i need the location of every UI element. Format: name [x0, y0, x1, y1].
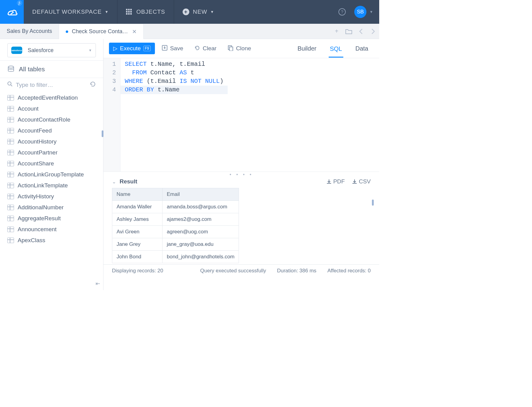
status-bar: Displaying records: 20 Query executed su… [103, 264, 379, 277]
table-item[interactable]: ApexClass [0, 235, 103, 246]
column-header-email[interactable]: Email [163, 188, 239, 201]
svg-rect-8 [130, 13, 132, 15]
top-bar: β DEFAULT WORKSPACE ▼ OBJECTS + NEW ▼ ? … [0, 0, 379, 24]
avatar[interactable]: SB [354, 6, 366, 18]
view-tab-data[interactable]: Data [354, 43, 369, 54]
app-logo-icon[interactable]: β [0, 0, 24, 24]
cell-email: agreen@uog.com [163, 226, 239, 238]
open-button[interactable] [343, 24, 355, 39]
table-item[interactable]: Account [0, 103, 103, 114]
execute-button[interactable]: ▷ Execute F9 [109, 43, 155, 54]
new-tab-button[interactable]: + [331, 24, 343, 39]
table-icon [7, 128, 14, 133]
objects-label: OBJECTS [136, 9, 165, 15]
table-icon [7, 106, 14, 111]
view-tab-builder[interactable]: Builder [296, 43, 317, 54]
connection-selector[interactable]: salesforce Salesforce ▼ [7, 43, 96, 57]
nav-back-button[interactable] [355, 24, 367, 39]
clone-button[interactable]: Clone [223, 42, 255, 55]
chevron-down-icon[interactable]: ⌄ [112, 179, 116, 185]
workspace-selector[interactable]: DEFAULT WORKSPACE ▼ [24, 0, 117, 24]
table-item[interactable]: AccountHistory [0, 136, 103, 147]
splitter-handle[interactable]: • • • • [103, 172, 379, 177]
table-item[interactable]: AdditionalNumber [0, 202, 103, 213]
table-item[interactable]: AccountContactRole [0, 114, 103, 125]
work-area: ▷ Execute F9 Save Clear Clone [103, 39, 379, 290]
result-grid: Name Email Amanda Walleramanda.boss@argu… [112, 188, 371, 263]
table-name: Announcement [18, 226, 57, 233]
svg-rect-3 [126, 11, 128, 12]
column-header-name[interactable]: Name [112, 188, 163, 201]
table-row[interactable]: John Bondbond_john@grandhotels.com [112, 251, 239, 263]
execute-label: Execute [120, 45, 141, 52]
table-icon [7, 194, 14, 199]
table-name: AccountHistory [18, 138, 57, 145]
export-csv-button[interactable]: CSV [352, 178, 371, 185]
table-row[interactable]: Ashley Jamesajames2@uog.com [112, 213, 239, 226]
table-list: AcceptedEventRelationAccountAccountConta… [0, 90, 103, 290]
search-icon [7, 81, 13, 88]
nav-forward-button[interactable] [367, 24, 379, 39]
cell-name: Ashley James [112, 213, 163, 226]
plus-circle-icon: + [183, 9, 189, 15]
nav-objects[interactable]: OBJECTS [117, 0, 174, 24]
table-item[interactable]: AggregateResult [0, 213, 103, 224]
sidebar-section-header[interactable]: All tables [0, 60, 103, 78]
table-row[interactable]: Jane Greyjane_gray@uoa.edu [112, 238, 239, 251]
result-title: Result [120, 178, 319, 185]
table-icon [7, 216, 14, 221]
table-row[interactable]: Amanda Walleramanda.boss@argus.com [112, 201, 239, 213]
tab-label: Sales By Accounts [7, 28, 52, 34]
table-item[interactable]: AccountShare [0, 158, 103, 169]
play-icon: ▷ [113, 45, 117, 52]
table-filter-input[interactable] [16, 82, 90, 88]
collapse-sidebar-icon[interactable]: ⇤ [96, 280, 100, 287]
table-item[interactable]: AccountPartner [0, 147, 103, 158]
toolbar: ▷ Execute F9 Save Clear Clone [103, 39, 379, 58]
table-icon [7, 161, 14, 166]
status-affected: Affected records: 0 [327, 268, 371, 274]
help-icon[interactable]: ? [338, 8, 346, 16]
tab-sales-by-accounts[interactable]: Sales By Accounts [0, 24, 59, 39]
table-name: AccountPartner [18, 149, 58, 156]
chevron-down-icon[interactable]: ▼ [369, 10, 373, 14]
svg-rect-0 [126, 9, 128, 10]
svg-point-10 [8, 82, 11, 85]
sql-editor[interactable]: 1234 SELECT t.Name, t.Email FROM Contact… [103, 58, 379, 172]
tab-label: Check Source Conta… [72, 28, 128, 35]
table-item[interactable]: ActionLinkTemplate [0, 180, 103, 191]
dirty-indicator-icon [66, 30, 68, 33]
clear-button[interactable]: Clear [190, 42, 221, 55]
chevron-down-icon: ▼ [210, 10, 214, 14]
svg-rect-2 [130, 9, 132, 10]
save-button[interactable]: Save [157, 42, 187, 55]
table-name: AcceptedEventRelation [18, 94, 78, 101]
table-row[interactable]: Avi Greenagreen@uog.com [112, 226, 239, 238]
database-icon [7, 65, 15, 73]
section-title: All tables [19, 65, 45, 73]
refresh-icon[interactable] [90, 81, 96, 89]
view-tab-sql[interactable]: SQL [329, 44, 343, 58]
svg-line-11 [11, 85, 12, 86]
tab-check-source-contacts[interactable]: Check Source Conta… ✕ [59, 24, 144, 39]
close-icon[interactable]: ✕ [132, 28, 137, 35]
scrollbar-thumb[interactable] [372, 200, 374, 206]
svg-rect-14 [229, 47, 233, 51]
table-name: AccountContactRole [18, 116, 70, 123]
export-pdf-button[interactable]: PDF [326, 178, 345, 185]
workspace-label: DEFAULT WORKSPACE [32, 9, 102, 15]
code-area[interactable]: SELECT t.Name, t.Email FROM Contact AS t… [121, 58, 228, 172]
table-item[interactable]: AccountFeed [0, 125, 103, 136]
table-item[interactable]: AcceptedEventRelation [0, 92, 103, 103]
table-icon [7, 150, 14, 155]
table-icon [7, 117, 14, 122]
connection-name: Salesforce [28, 47, 89, 54]
table-item[interactable]: Announcement [0, 224, 103, 235]
cell-name: Jane Grey [112, 238, 163, 251]
svg-rect-1 [128, 9, 130, 10]
table-item[interactable]: ActivityHistory [0, 191, 103, 202]
nav-new[interactable]: + NEW ▼ [174, 0, 223, 24]
scrollbar-thumb[interactable] [102, 130, 103, 137]
clone-label: Clone [236, 45, 251, 52]
table-item[interactable]: ActionLinkGroupTemplate [0, 169, 103, 180]
